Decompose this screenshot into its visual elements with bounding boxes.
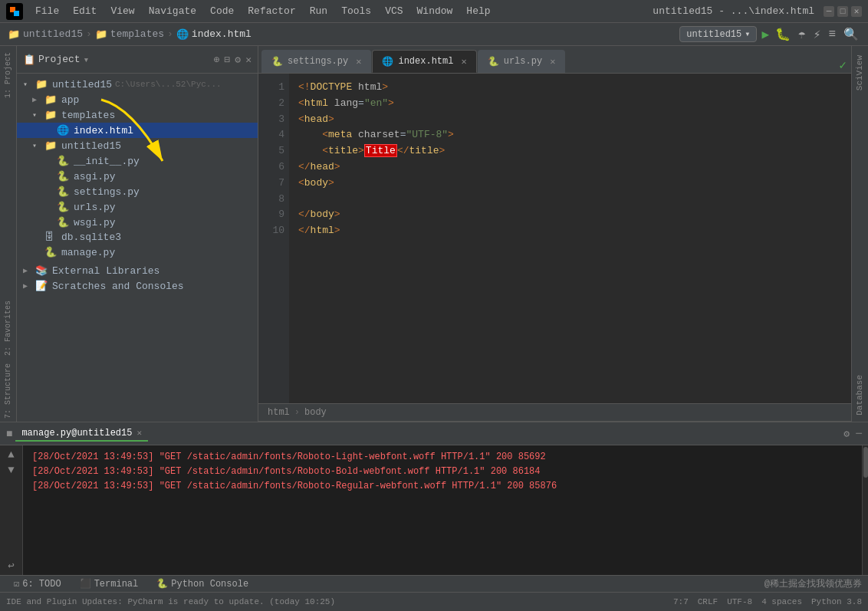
terminal-body: ▲ ▼ ↩ [28/Oct/2021 13:49:53] "GET /stati… [0,445,868,575]
sidebar-label-project[interactable]: 1: Project [2,49,14,101]
menu-navigate[interactable]: Navigate [143,4,202,18]
scratches-icon: 📝 [35,280,49,292]
right-tab-sciview[interactable]: SciView [853,49,868,97]
tree-item-settings-py[interactable]: 🐍 settings.py [17,184,258,199]
menu-edit[interactable]: Edit [67,4,103,18]
bottom-tabs-bar: ☑ 6: TODO ⬛ Terminal 🐍 Python Console @稀… [0,575,868,592]
maximize-button[interactable]: □ [837,6,848,17]
tree-item-ext-libs[interactable]: ▶ 📚 External Libraries [17,263,258,278]
status-bar: IDE and Plugin Updates: PyCharm is ready… [0,592,868,611]
config-name: untitled15 [686,29,741,40]
terminal-scrollbar[interactable] [862,445,868,575]
close-button[interactable]: ✕ [851,6,862,17]
scroll-up-button[interactable]: ▲ [8,448,14,461]
tab-settings-py[interactable]: 🐍 settings.py ✕ [261,50,371,73]
breadcrumb-templates[interactable]: 📁 templates [95,28,164,41]
tree-item-untitled15-pkg[interactable]: ▾ 📁 untitled15 [17,138,258,153]
tree-item-root[interactable]: ▾ 📁 untitled15 C:\Users\...52\Pyc... [17,77,258,92]
breadcrumb-root[interactable]: 📁 untitled15 [8,28,83,41]
tab-index-html[interactable]: 🌐 index.html ✕ [372,50,476,73]
menu-tools[interactable]: Tools [335,4,377,18]
tree-item-db[interactable]: 🗄 db.sqlite3 [17,230,258,245]
tree-arrow-app: ▶ [32,95,44,104]
tree-item-asgi[interactable]: 🐍 asgi.py [17,169,258,184]
folder-icon: 📁 [8,28,20,41]
html-icon-index: 🌐 [57,124,71,136]
tree-item-app[interactable]: ▶ 📁 app [17,92,258,107]
collapse-icon[interactable]: ⊟ [225,54,231,66]
terminal-tabs: ■ manage.py@untitled15 ✕ ⚙ ─ [0,422,868,445]
tab-close-settings[interactable]: ✕ [356,56,361,67]
tree-item-urls-py[interactable]: 🐍 urls.py [17,199,258,215]
tree-item-init[interactable]: 🐍 __init__.py [17,153,258,169]
menu-view[interactable]: View [104,4,140,18]
python-icon-settings: 🐍 [57,186,71,198]
tab-close-urls[interactable]: ✕ [550,56,555,67]
status-position[interactable]: 7:7 [673,597,689,606]
coverage-button[interactable]: ☂ [797,25,807,44]
folder-icon-app: 📁 [44,94,58,106]
breadcrumb-body: body [304,407,327,418]
sidebar-label-structure[interactable]: 7: Structure [2,360,14,422]
python-icon-asgi: 🐍 [57,170,71,182]
settings-icon[interactable]: ⚙ [235,54,241,66]
validation-checkmark: ✓ [839,57,851,73]
python-icon-manage: 🐍 [44,246,58,258]
soft-wrap-button[interactable]: ↩ [8,559,14,572]
menu-code[interactable]: Code [204,4,240,18]
breadcrumb-file[interactable]: 🌐 index.html [176,28,252,41]
run-manager-button[interactable]: ≡ [827,26,837,43]
project-folder-icon: 📁 [35,78,49,90]
minimize-button[interactable]: ─ [824,6,834,17]
debug-button[interactable]: 🐛 [774,25,792,44]
run-button[interactable]: ▶ [761,27,769,42]
profile-button[interactable]: ⚡ [812,25,823,44]
sidebar-label-favorites[interactable]: 2: Favorites [2,297,14,359]
html-tab-icon: 🌐 [382,56,393,67]
terminal-minimize-icon[interactable]: ─ [856,428,862,440]
scroll-down-button[interactable]: ▼ [8,464,14,476]
menu-window[interactable]: Window [411,4,459,18]
tree-label-settings: settings.py [74,186,140,198]
close-panel-icon[interactable]: ✕ [245,54,252,66]
terminal-tab-close[interactable]: ✕ [136,428,142,438]
menu-refactor[interactable]: Refactor [242,4,301,18]
bottom-tab-terminal[interactable]: ⬛ Terminal [72,577,146,591]
menu-run[interactable]: Run [304,4,334,18]
tree-item-scratches[interactable]: ▶ 📝 Scratches and Consoles [17,278,258,294]
tree-item-index-html[interactable]: 🌐 index.html [17,123,258,138]
tree-arrow-pkg: ▾ [32,141,44,150]
status-version[interactable]: Python 3.8 [811,597,862,606]
tree-label-templates: templates [61,110,115,121]
status-linesep[interactable]: CRLF [698,597,718,606]
tab-urls-py[interactable]: 🐍 urls.py ✕ [478,50,566,73]
tree-item-wsgi[interactable]: 🐍 wsgi.py [17,215,258,230]
right-tab-database[interactable]: Database [853,369,868,422]
code-content[interactable]: 12345678910 <!DOCTYPE html> <html lang="… [258,74,851,403]
tree-label-scratches: Scratches and Consoles [52,281,184,292]
search-button[interactable]: 🔍 [842,25,860,44]
status-indent[interactable]: 4 spaces [761,597,802,606]
project-title: 📋 Project ▾ [23,54,89,66]
menu-help[interactable]: Help [460,4,496,18]
menu-file[interactable]: File [29,4,65,18]
locate-icon[interactable]: ⊕ [214,54,220,66]
code-editor[interactable]: <!DOCTYPE html> <html lang="en"> <head> … [289,74,851,403]
menu-bar: File Edit View Navigate Code Refactor Ru… [0,0,868,23]
terminal-settings-icon[interactable]: ⚙ [843,428,850,440]
breadcrumb-sep-icon: › [294,407,300,418]
status-encoding[interactable]: UTF-8 [727,597,752,606]
tree-item-manage[interactable]: 🐍 manage.py [17,245,258,260]
scrollbar-thumb[interactable] [863,447,868,478]
menu-vcs[interactable]: VCS [379,4,409,18]
terminal-stop-button[interactable]: ■ [6,428,12,440]
tab-close-index[interactable]: ✕ [461,56,466,67]
status-right: 7:7 CRLF UTF-8 4 spaces Python 3.8 [673,597,862,606]
tree-item-templates[interactable]: ▾ 📁 templates [17,107,258,123]
bottom-tab-todo[interactable]: ☑ 6: TODO [6,577,69,591]
terminal-tab-manage[interactable]: manage.py@untitled15 ✕ [15,426,148,442]
run-config-dropdown[interactable]: untitled15 ▾ [679,26,757,42]
terminal-content[interactable]: [28/Oct/2021 13:49:53] "GET /static/admi… [23,445,862,575]
dropdown-icon: ▾ [84,54,90,66]
bottom-tab-python-console[interactable]: 🐍 Python Console [149,577,256,591]
